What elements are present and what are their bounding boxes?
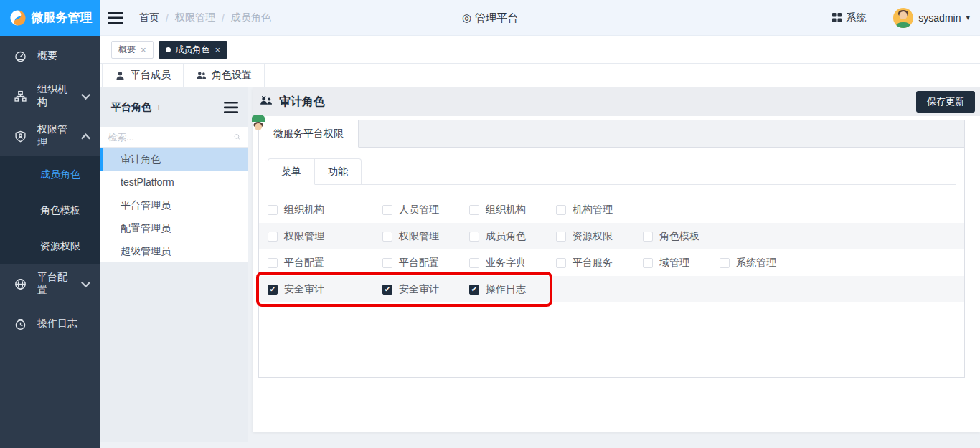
checkbox-人员管理[interactable] [382, 205, 392, 215]
window-tab[interactable]: 概要× [111, 41, 154, 59]
checkbox-角色模板[interactable] [643, 232, 653, 242]
role-group-icon [260, 95, 273, 109]
page-tab-平台成员[interactable]: 平台成员 [102, 64, 184, 87]
permission-label: 角色模板 [659, 230, 699, 243]
sidebar-item-label: 权限管理 [37, 123, 69, 149]
save-button[interactable]: 保存更新 [916, 91, 975, 113]
checkbox-组织机构[interactable] [469, 205, 479, 215]
permission-label: 资源权限 [573, 230, 613, 243]
role-list-item[interactable]: 审计角色 [100, 148, 248, 171]
page-tab-角色设置[interactable]: 角色设置 [184, 64, 265, 87]
permission-item: 组织机构 [469, 204, 526, 216]
role-list: 审计角色testPlatform平台管理员配置管理员超级管理员 [100, 148, 248, 262]
shield-icon [14, 130, 27, 143]
sidebar-item-1[interactable]: 概要 [0, 36, 100, 76]
chevron-down-icon [80, 90, 92, 103]
menu-function-tabstrip: 菜单功能 [268, 158, 956, 185]
role-list-item[interactable]: testPlatform [100, 171, 248, 194]
apps-grid-icon [832, 13, 842, 22]
sidebar-item-5[interactable]: 操作日志 [0, 304, 100, 344]
user-menu[interactable]: sysadmin ▾ [893, 8, 970, 28]
sidebar-item-2[interactable]: 组织机构 [0, 76, 100, 116]
breadcrumb-separator: / [166, 12, 169, 24]
permission-item: 系统管理 [720, 257, 776, 270]
window-tab-label: 成员角色 [176, 44, 210, 56]
chevron-down-icon: ▾ [966, 13, 970, 22]
sidebar-item-3[interactable]: 权限管理 [0, 116, 100, 156]
close-icon[interactable]: × [215, 45, 221, 54]
checkbox-平台服务[interactable] [556, 258, 566, 268]
panel-divider [248, 87, 253, 432]
role-detail-header: 审计角色 保存更新 [253, 87, 980, 116]
sidebar: 概要组织机构权限管理成员角色角色模板资源权限平台配置操作日志 [0, 36, 100, 448]
sidebar-subitem[interactable]: 成员角色 [0, 156, 100, 192]
checkbox-安全审计[interactable]: ✔ [268, 285, 278, 295]
permission-item: 平台配置 [268, 257, 382, 270]
permission-label: 平台配置 [399, 257, 439, 270]
window-tab[interactable]: 成员角色× [159, 41, 228, 59]
page-tab-label: 平台成员 [131, 69, 171, 82]
breadcrumb: 首页 / 权限管理 / 成员角色 [139, 11, 271, 24]
collapse-menu-icon[interactable] [108, 11, 123, 24]
permission-label: 权限管理 [399, 230, 439, 243]
search-icon [234, 132, 240, 142]
sidebar-subitem[interactable]: 角色模板 [0, 192, 100, 228]
permission-item: 成员角色 [469, 230, 526, 243]
checkbox-权限管理[interactable] [382, 232, 392, 242]
permission-item: 业务字典 [469, 257, 526, 270]
role-list-item[interactable]: 平台管理员 [100, 194, 248, 216]
org-icon [14, 90, 27, 103]
add-role-button[interactable]: + [156, 102, 161, 113]
role-detail-body: 微服务平台权限 菜单功能 组织机构人员管理组织机构机构管理权限管理权限管理成员角… [253, 116, 980, 432]
role-list-item[interactable]: 超级管理员 [100, 239, 248, 262]
system-menu[interactable]: 系统 [832, 11, 866, 24]
sidebar-subitem[interactable]: 资源权限 [0, 228, 100, 264]
tab-功能[interactable]: 功能 [315, 158, 362, 185]
checkbox-机构管理[interactable] [556, 205, 566, 215]
checkbox-业务字典[interactable] [469, 258, 479, 268]
permission-row-1: 组织机构人员管理组织机构机构管理 [259, 196, 964, 223]
checkbox-平台配置[interactable] [382, 258, 392, 268]
checkbox-资源权限[interactable] [556, 232, 566, 242]
checkbox-组织机构[interactable] [268, 205, 278, 215]
permission-label: 机构管理 [573, 204, 613, 216]
permission-block: 微服务平台权限 菜单功能 组织机构人员管理组织机构机构管理权限管理权限管理成员角… [258, 120, 965, 378]
permission-row-2: 权限管理权限管理成员角色资源权限角色模板 [259, 223, 964, 249]
tab-platform-permission[interactable]: 微服务平台权限 [259, 120, 359, 148]
checkbox-系统管理[interactable] [720, 258, 730, 268]
role-panel-menu-icon[interactable] [224, 102, 238, 113]
breadcrumb-home[interactable]: 首页 [139, 11, 159, 24]
checkbox-安全审计[interactable]: ✔ [382, 285, 392, 295]
role-list-item[interactable]: 配置管理员 [100, 216, 248, 239]
breadcrumb-member-role[interactable]: 成员角色 [231, 11, 271, 24]
platform-indicator: ◎ 管理平台 [462, 0, 518, 36]
permission-label: 安全审计 [399, 283, 439, 296]
username: sysadmin [918, 12, 961, 24]
role-search-input[interactable] [108, 132, 234, 143]
navbar-right: 系统 sysadmin ▾ [832, 8, 980, 28]
role-panel: 平台角色 + 审计角色testPlatform平台管理员配置管理员超级管理员 [100, 87, 248, 442]
member-icon [115, 70, 126, 81]
chevron-up-icon [80, 130, 92, 143]
permission-item: ✔安全审计 [268, 283, 382, 296]
checkbox-成员角色[interactable] [469, 232, 479, 242]
checkbox-操作日志[interactable]: ✔ [469, 285, 479, 295]
role-panel-header: 平台角色 + [100, 87, 248, 127]
permission-item: 权限管理 [268, 230, 382, 243]
tab-菜单[interactable]: 菜单 [268, 158, 315, 185]
sidebar-item-4[interactable]: 平台配置 [0, 264, 100, 304]
breadcrumb-separator: / [222, 12, 225, 24]
close-icon[interactable]: × [141, 45, 146, 54]
top-navbar: 微服务管理 首页 / 权限管理 / 成员角色 ◎ 管理平台 系统 sysadmi… [0, 0, 980, 36]
sidebar-item-label: 组织机构 [37, 83, 69, 109]
checkbox-平台配置[interactable] [268, 258, 278, 268]
permission-item: 域管理 [643, 257, 689, 270]
checkbox-权限管理[interactable] [268, 232, 278, 242]
permission-label: 操作日志 [486, 283, 526, 296]
permission-label: 平台配置 [284, 257, 324, 270]
permission-label: 组织机构 [486, 204, 526, 216]
page-tabstrip: 平台成员角色设置 [100, 63, 980, 87]
checkbox-域管理[interactable] [643, 258, 653, 268]
breadcrumb-perm[interactable]: 权限管理 [175, 11, 215, 24]
permission-item: 组织机构 [268, 204, 382, 216]
